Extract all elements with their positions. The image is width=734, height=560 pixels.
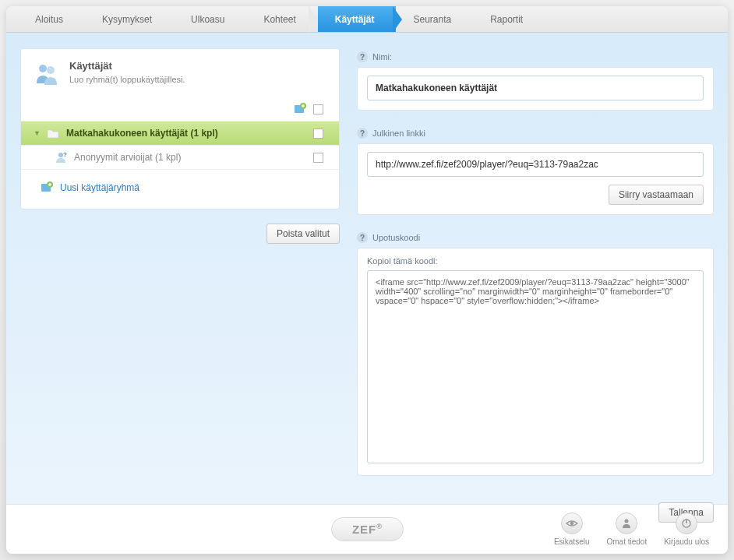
footer-right: Esikatselu Omat tiedot Kirjaudu ulos [554,512,709,546]
name-label: Nimi: [372,52,392,62]
svg-text:?: ? [63,151,67,158]
person-icon [616,512,637,534]
tab-kohteet[interactable]: Kohteet [246,6,317,32]
public-link-input[interactable] [367,152,704,177]
group-label: Matkahakukoneen käyttäjät (1 kpl) [66,128,307,139]
link-label-row: ? Julkinen linkki [357,128,714,139]
anonymous-icon: ? [54,150,68,164]
name-label-row: ? Nimi: [357,51,714,62]
tab-seuranta[interactable]: Seuranta [396,6,473,32]
eye-icon [561,512,583,534]
panel-title: Käyttäjät [69,60,185,72]
preview-button[interactable]: Esikatselu [554,512,590,546]
users-icon [34,60,60,86]
name-input[interactable] [367,76,704,100]
preview-label: Esikatselu [554,537,590,546]
svg-point-8 [570,522,573,526]
remove-selected-button[interactable]: Poista valitut [266,224,340,244]
subgroup-label: Anonyymit arvioijat (1 kpl) [74,152,307,163]
new-group-link[interactable]: Uusi käyttäjäryhmä [60,182,139,193]
expand-arrow-icon[interactable]: ▼ [34,129,40,137]
embed-label-row: ? Upotuskoodi [357,232,714,243]
group-row-sub[interactable]: ? Anonyymit arvioijat (1 kpl) [21,145,339,169]
link-label: Julkinen linkki [372,129,425,138]
embed-block: Kopioi tämä koodi: [357,248,714,476]
panel-header: Käyttäjät Luo ryhmä(t) loppukäyttäjilles… [21,49,339,94]
panel-body: ▼ Matkahakukoneen käyttäjät (1 kpl) ? An… [21,94,339,209]
left-actions: Poista valitut [20,224,340,244]
account-label: Omat tiedot [606,537,647,546]
nav-tabs: Aloitus Kysymykset Ulkoasu Kohteet Käytt… [6,6,728,33]
subgroup-checkbox[interactable] [313,153,323,163]
tab-kayttajat[interactable]: Käyttäjät [318,6,397,32]
tab-ulkoasu[interactable]: Ulkoasu [174,6,246,32]
zef-logo: ZEF® [331,517,404,541]
left-column: Käyttäjät Luo ryhmä(t) loppukäyttäjilles… [20,48,340,490]
folder-icon [46,126,60,140]
right-column: ? Nimi: ? Julkinen linkki Siirry vastaam… [357,48,714,490]
svg-point-9 [625,519,629,523]
account-button[interactable]: Omat tiedot [606,512,647,546]
embed-code-textarea[interactable] [367,270,704,463]
logout-button[interactable]: Kirjaudu ulos [664,512,709,546]
tab-aloitus[interactable]: Aloitus [18,6,85,32]
group-row-selected[interactable]: ▼ Matkahakukoneen käyttäjät (1 kpl) [21,121,339,145]
power-icon [676,512,697,534]
help-icon[interactable]: ? [357,51,368,62]
link-block: Siirry vastaamaan [357,143,714,215]
content-area: Käyttäjät Luo ryhmä(t) loppukäyttäjilles… [6,33,728,504]
users-panel: Käyttäjät Luo ryhmä(t) loppukäyttäjilles… [20,48,340,210]
new-group-row: Uusi käyttäjäryhmä [21,169,339,198]
tab-raportit[interactable]: Raportit [473,6,545,32]
add-group-icon[interactable] [293,102,307,116]
new-group-icon [40,181,54,195]
name-block [357,67,714,111]
embed-copy-label: Kopioi tämä koodi: [367,256,704,266]
help-icon[interactable]: ? [357,232,368,243]
embed-section-label: Upotuskoodi [372,233,420,242]
footer-center: ZEF® [181,517,554,541]
app-window: Aloitus Kysymykset Ulkoasu Kohteet Käytt… [6,6,728,554]
tab-kysymykset[interactable]: Kysymykset [85,6,174,32]
goto-answer-button[interactable]: Siirry vastaamaan [609,185,704,205]
group-checkbox[interactable] [313,129,323,139]
panel-subtitle: Luo ryhmä(t) loppukäyttäjillesi. [69,75,185,84]
svg-point-0 [39,65,47,72]
select-all-checkbox[interactable] [313,104,323,114]
group-header-row [21,97,339,121]
help-icon[interactable]: ? [357,128,368,139]
logout-label: Kirjaudu ulos [664,537,709,546]
svg-point-1 [47,66,55,74]
